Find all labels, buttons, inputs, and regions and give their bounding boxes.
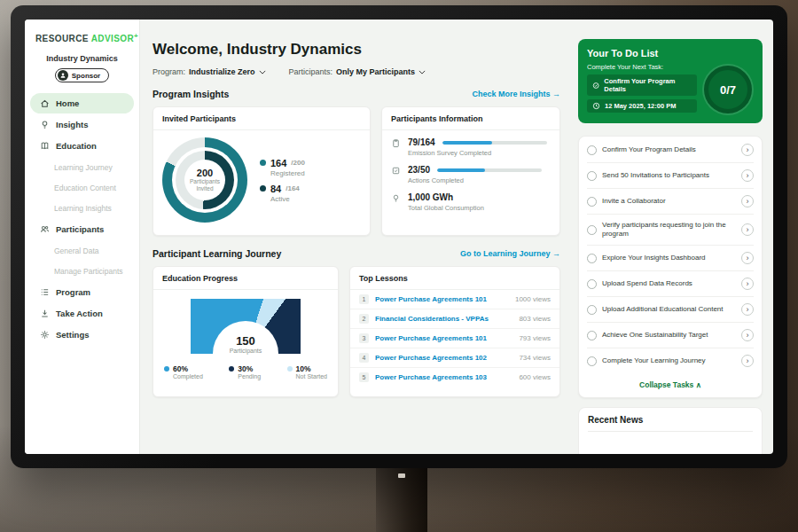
recent-news-card: Recent News: [578, 407, 763, 454]
progress-bar: [437, 168, 542, 172]
checkbox[interactable]: [587, 279, 597, 289]
task-row[interactable]: Explore Your Insights Dashboard ›: [587, 246, 754, 271]
person-icon: [58, 70, 68, 81]
lesson-row[interactable]: 4 Power Purchase Agreements 102 734 view…: [350, 348, 559, 368]
task-row[interactable]: Confirm Your Program Details ›: [587, 137, 754, 163]
link-label: Check More Insights: [472, 90, 550, 98]
task-row[interactable]: Complete Your Learning Journey ›: [587, 348, 754, 373]
sidebar-item-program[interactable]: Program: [30, 282, 134, 302]
checkbox[interactable]: [587, 225, 597, 235]
chevron-right-icon[interactable]: ›: [741, 355, 754, 367]
lesson-row[interactable]: 1 Power Purchase Agreements 101 1000 vie…: [350, 290, 559, 309]
people-icon: [39, 224, 50, 235]
lesson-title-link[interactable]: Power Purchase Agreements 102: [375, 354, 512, 362]
sidebar-item-education[interactable]: Education: [30, 136, 134, 156]
sidebar-item-general-data[interactable]: General Data: [25, 240, 139, 261]
go-to-learning-journey-link[interactable]: Go to Learning Journey →: [460, 249, 560, 258]
stat-total: /164: [286, 184, 300, 192]
lesson-rank: 2: [359, 314, 369, 324]
chevron-right-icon[interactable]: ›: [741, 223, 754, 236]
task-label: Explore Your Insights Dashboard: [602, 254, 736, 262]
lesson-row[interactable]: 5 Power Purchase Agreements 103 600 view…: [350, 368, 559, 387]
sidebar-item-education-content[interactable]: Education Content: [25, 177, 139, 198]
task-row[interactable]: Send 50 Invitations to Participants ›: [587, 163, 754, 189]
lesson-rank: 3: [359, 333, 369, 343]
checkbox[interactable]: [587, 145, 597, 155]
sidebar-item-label: Participants: [56, 224, 104, 234]
lightbulb-icon: [391, 192, 402, 212]
participants-filter[interactable]: Participants: Only My Participants: [289, 67, 426, 76]
arrow-right-icon: →: [552, 90, 560, 98]
chevron-right-icon[interactable]: ›: [741, 329, 754, 341]
todo-next-task-label: Confirm Your Program Details: [604, 77, 692, 93]
chevron-right-icon[interactable]: ›: [741, 252, 754, 264]
lesson-title-link[interactable]: Power Purchase Agreements 103: [375, 373, 512, 381]
checkbox[interactable]: [587, 197, 597, 207]
program-filter[interactable]: Program: Industrialize Zero: [153, 67, 266, 76]
gear-icon: [39, 330, 50, 340]
lesson-views: 1000 views: [515, 295, 551, 303]
legend-completed: 60% Completed: [164, 364, 203, 379]
sidebar-subitem-label: Manage Participants: [54, 267, 123, 276]
task-row[interactable]: Upload Additional Educational Content ›: [587, 297, 754, 323]
sidebar-item-take-action[interactable]: Take Action: [30, 303, 134, 324]
task-row[interactable]: Achieve One Sustainability Target ›: [587, 323, 754, 348]
dashboard-screen: RESOURCE ADVISOR+ Industry Dynamics Spon…: [25, 20, 773, 454]
legend-dot: [164, 366, 169, 372]
chevron-down-icon: [419, 70, 426, 74]
recent-news-title: Recent News: [588, 415, 753, 425]
task-row[interactable]: Upload Spend Data Records ›: [587, 271, 754, 297]
lesson-row[interactable]: 3 Power Purchase Agreements 101 793 view…: [350, 329, 559, 348]
checkbox[interactable]: [587, 331, 597, 340]
sidebar-item-participants[interactable]: Participants: [30, 219, 134, 239]
todo-progress-ring: 0/7: [704, 66, 752, 113]
chevron-right-icon[interactable]: ›: [741, 169, 754, 182]
legend-value: 60%: [173, 364, 188, 373]
donut-center-label: Participants Invited: [187, 178, 223, 192]
sponsor-badge[interactable]: Sponsor: [55, 68, 109, 82]
legend-dot: [260, 185, 266, 192]
emission-survey-row: 79/164 Emission Survey Completed: [391, 137, 551, 157]
metric-value: 23/50: [408, 165, 430, 175]
sidebar-item-learning-journey[interactable]: Learning Journey: [25, 157, 139, 177]
sidebar-item-learning-insights[interactable]: Learning Insights: [25, 198, 139, 218]
chevron-right-icon[interactable]: ›: [741, 278, 754, 290]
lesson-title-link[interactable]: Financial Considerations - VPPAs: [375, 315, 512, 323]
sidebar-item-manage-participants[interactable]: Manage Participants: [25, 261, 139, 281]
gauge-center-label: Participants: [230, 348, 262, 354]
sidebar-subitem-label: General Data: [54, 246, 99, 255]
monitor-bezel: RESOURCE ADVISOR+ Industry Dynamics Spon…: [11, 5, 787, 468]
sidebar-item-settings[interactable]: Settings: [30, 325, 134, 345]
sidebar-item-label: Settings: [56, 330, 89, 340]
sidebar-subitem-label: Education Content: [54, 184, 116, 192]
metric-value: 1,000 GWh: [408, 192, 453, 202]
legend-pending: 30% Pending: [229, 364, 261, 379]
checkbox[interactable]: [587, 356, 597, 366]
sidebar-item-insights[interactable]: Insights: [30, 114, 134, 135]
card-title: Top Lessons: [350, 267, 559, 290]
checkbox[interactable]: [587, 254, 597, 263]
collapse-tasks-link[interactable]: Collapse Tasks ∧: [587, 373, 754, 394]
sidebar-item-home[interactable]: Home: [30, 93, 134, 113]
lesson-row[interactable]: 2 Financial Considerations - VPPAs 803 v…: [350, 309, 559, 329]
org-name: Industry Dynamics: [25, 54, 139, 63]
stat-total: /200: [291, 159, 305, 167]
checkbox[interactable]: [587, 171, 597, 181]
chevron-right-icon[interactable]: ›: [741, 303, 754, 316]
invited-participants-card: Invited Participants 200 Participants In…: [153, 106, 371, 236]
lesson-title-link[interactable]: Power Purchase Agreements 101: [375, 295, 509, 303]
checkbox[interactable]: [587, 305, 597, 315]
check-circle-icon: [592, 82, 599, 90]
lesson-views: 793 views: [519, 334, 551, 342]
task-row[interactable]: Invite a Collaborator ›: [587, 189, 754, 215]
chevron-right-icon[interactable]: ›: [741, 144, 754, 156]
list-icon: [39, 287, 50, 298]
task-row[interactable]: Verify participants requesting to join t…: [587, 215, 754, 246]
active-stat: 84/164 Active: [260, 184, 305, 203]
chevron-right-icon[interactable]: ›: [741, 195, 754, 207]
todo-next-task[interactable]: Confirm Your Program Details: [587, 74, 697, 96]
sidebar-item-label: Program: [56, 287, 90, 297]
lesson-title-link[interactable]: Power Purchase Agreements 101: [375, 334, 512, 342]
gauge-legend: 60% Completed 30% Pending 10% Not Starte…: [153, 354, 338, 379]
check-more-insights-link[interactable]: Check More Insights →: [472, 90, 560, 98]
